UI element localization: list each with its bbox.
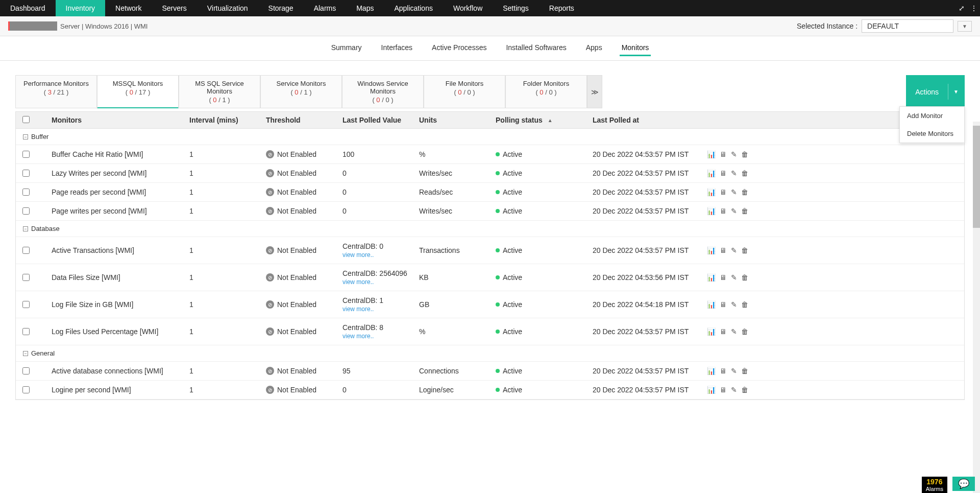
fullscreen-icon[interactable]: ⤢: [955, 0, 968, 16]
topnav-storage[interactable]: Storage: [258, 0, 304, 16]
edit-icon[interactable]: ✎: [731, 188, 737, 196]
edit-icon[interactable]: ✎: [731, 327, 737, 336]
topnav-virtualization[interactable]: Virtualization: [197, 0, 258, 16]
inner-tab-apps[interactable]: Apps: [584, 40, 604, 56]
monitor-icon[interactable]: 🖥: [720, 273, 727, 281]
delete-icon[interactable]: 🗑: [741, 327, 748, 336]
inner-tab-active-processes[interactable]: Active Processes: [430, 40, 488, 56]
edit-icon[interactable]: ✎: [731, 300, 737, 309]
monitor-icon[interactable]: 🖥: [720, 188, 727, 196]
chart-icon[interactable]: 📊: [707, 207, 716, 215]
vertical-scrollbar[interactable]: [973, 122, 980, 420]
edit-icon[interactable]: ✎: [731, 246, 737, 254]
monitor-icon[interactable]: 🖥: [720, 386, 727, 394]
monitor-name[interactable]: Active database connections [WMI]: [36, 367, 189, 375]
monitor-icon[interactable]: 🖥: [720, 150, 727, 158]
instance-select[interactable]: DEFAULT: [862, 19, 953, 33]
column-threshold[interactable]: Threshold: [266, 116, 342, 124]
kebab-menu-icon[interactable]: ⋮: [968, 0, 980, 16]
monitor-icon[interactable]: 🖥: [720, 327, 727, 336]
monitor-name[interactable]: Active Transactions [WMI]: [36, 246, 189, 254]
collapse-icon[interactable]: −: [23, 134, 28, 139]
row-checkbox[interactable]: [22, 247, 30, 254]
delete-icon[interactable]: 🗑: [741, 273, 748, 281]
column-units[interactable]: Units: [419, 116, 496, 124]
chart-icon[interactable]: 📊: [707, 188, 716, 196]
inner-tab-summary[interactable]: Summary: [329, 40, 364, 56]
actions-menu-delete-monitors[interactable]: Delete Monitors: [900, 125, 964, 143]
row-checkbox[interactable]: [22, 367, 30, 374]
actions-menu-add-monitor[interactable]: Add Monitor: [900, 107, 964, 125]
edit-icon[interactable]: ✎: [731, 367, 737, 375]
select-all-checkbox[interactable]: [22, 116, 30, 123]
topnav-workflow[interactable]: Workflow: [443, 0, 493, 16]
inner-tab-interfaces[interactable]: Interfaces: [379, 40, 414, 56]
monitor-name[interactable]: Log File Size in GB [WMI]: [36, 300, 189, 309]
delete-icon[interactable]: 🗑: [741, 207, 748, 215]
monitor-tab-windows-service-monitors[interactable]: Windows Service Monitors( 0 / 0 ): [342, 75, 424, 108]
delete-icon[interactable]: 🗑: [741, 150, 748, 158]
monitor-tabs-more-icon[interactable]: ≫: [587, 75, 602, 108]
row-checkbox[interactable]: [22, 189, 30, 196]
chart-icon[interactable]: 📊: [707, 327, 716, 336]
monitor-tab-mssql-monitors[interactable]: MSSQL Monitors( 0 / 17 ): [97, 75, 179, 108]
monitor-icon[interactable]: 🖥: [720, 169, 727, 177]
inner-tab-installed-softwares[interactable]: Installed Softwares: [504, 40, 568, 56]
monitor-name[interactable]: Log Files Used Percentage [WMI]: [36, 327, 189, 336]
chart-icon[interactable]: 📊: [707, 273, 716, 281]
chart-icon[interactable]: 📊: [707, 169, 716, 177]
monitor-name[interactable]: Logine per second [WMI]: [36, 386, 189, 394]
instance-select-caret[interactable]: ▼: [958, 21, 972, 32]
view-more-link[interactable]: view more..: [342, 333, 374, 340]
collapse-icon[interactable]: −: [23, 351, 28, 356]
column-last-polled-at[interactable]: Last Polled at: [593, 116, 705, 124]
column-polling-status[interactable]: Polling status▲: [496, 116, 593, 124]
topnav-alarms[interactable]: Alarms: [304, 0, 347, 16]
delete-icon[interactable]: 🗑: [741, 188, 748, 196]
row-checkbox[interactable]: [22, 274, 30, 281]
group-general[interactable]: −General: [16, 345, 964, 362]
edit-icon[interactable]: ✎: [731, 169, 737, 177]
monitor-name[interactable]: Buffer Cache Hit Ratio [WMI]: [36, 150, 189, 158]
monitor-tab-service-monitors[interactable]: Service Monitors( 0 / 1 ): [260, 75, 342, 108]
monitor-name[interactable]: Page reads per second [WMI]: [36, 188, 189, 196]
view-more-link[interactable]: view more..: [342, 251, 374, 259]
monitor-icon[interactable]: 🖥: [720, 246, 727, 254]
row-checkbox[interactable]: [22, 301, 30, 308]
view-more-link[interactable]: view more..: [342, 278, 374, 286]
row-checkbox[interactable]: [22, 386, 30, 393]
group-buffer[interactable]: −Buffer: [16, 129, 964, 145]
chart-icon[interactable]: 📊: [707, 300, 716, 309]
monitor-name[interactable]: Data Files Size [WMI]: [36, 273, 189, 281]
monitor-tab-folder-monitors[interactable]: Folder Monitors( 0 / 0 ): [505, 75, 587, 108]
edit-icon[interactable]: ✎: [731, 150, 737, 158]
topnav-applications[interactable]: Applications: [384, 0, 443, 16]
delete-icon[interactable]: 🗑: [741, 169, 748, 177]
delete-icon[interactable]: 🗑: [741, 300, 748, 309]
view-more-link[interactable]: view more..: [342, 306, 374, 313]
chart-icon[interactable]: 📊: [707, 246, 716, 254]
edit-icon[interactable]: ✎: [731, 386, 737, 394]
chart-icon[interactable]: 📊: [707, 150, 716, 158]
monitor-tab-file-monitors[interactable]: File Monitors( 0 / 0 ): [424, 75, 505, 108]
topnav-settings[interactable]: Settings: [493, 0, 539, 16]
edit-icon[interactable]: ✎: [731, 207, 737, 215]
column-last-polled-value[interactable]: Last Polled Value: [342, 116, 419, 124]
row-checkbox[interactable]: [22, 207, 30, 215]
row-checkbox[interactable]: [22, 151, 30, 158]
row-checkbox[interactable]: [22, 170, 30, 177]
monitor-icon[interactable]: 🖥: [720, 300, 727, 309]
monitor-name[interactable]: Lazy Writes per second [WMI]: [36, 169, 189, 177]
topnav-inventory[interactable]: Inventory: [56, 0, 106, 16]
topnav-servers[interactable]: Servers: [152, 0, 197, 16]
monitor-tab-performance-monitors[interactable]: Performance Monitors( 3 / 21 ): [15, 75, 97, 108]
topnav-reports[interactable]: Reports: [539, 0, 584, 16]
chart-icon[interactable]: 📊: [707, 367, 716, 375]
column-interval[interactable]: Interval (mins): [189, 116, 266, 124]
column-monitors[interactable]: Monitors: [36, 116, 189, 124]
group-database[interactable]: −Database: [16, 221, 964, 237]
delete-icon[interactable]: 🗑: [741, 367, 748, 375]
delete-icon[interactable]: 🗑: [741, 246, 748, 254]
topnav-network[interactable]: Network: [105, 0, 152, 16]
topnav-maps[interactable]: Maps: [346, 0, 384, 16]
